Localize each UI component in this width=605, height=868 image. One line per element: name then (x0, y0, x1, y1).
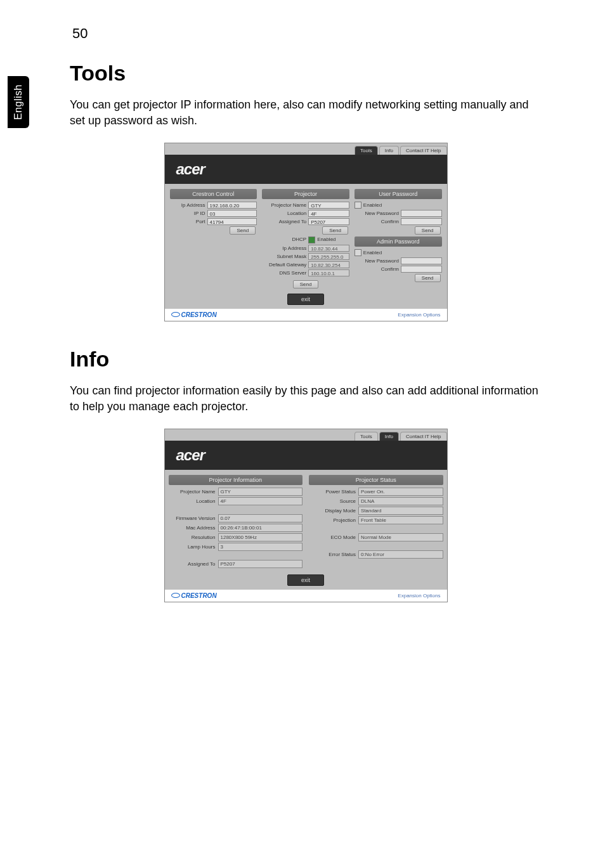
proj-ip-label: Ip Address (262, 245, 308, 251)
info-assigned-val: P5207 (218, 560, 303, 568)
proj-location-input[interactable]: 4F (308, 210, 349, 217)
info-lamp-label: Lamp Hours (169, 544, 218, 550)
cc-ip-label: Ip Address (170, 202, 207, 208)
tools-exit-button[interactable]: exit (287, 294, 324, 305)
expansion-options-link[interactable]: Expansion Options (398, 312, 440, 318)
projector-title: Projector (262, 189, 349, 199)
cc-ipid-input[interactable]: 03 (207, 210, 257, 217)
admin-newpw-input[interactable] (401, 257, 442, 264)
info-projname-label: Projector Name (169, 489, 218, 495)
projector-status-title: Projector Status (309, 475, 443, 485)
proj-location-label: Location (262, 211, 308, 216)
proj-subnet-label: Subnet Mask (262, 254, 308, 259)
info-screenshot: Tools Info Contact IT Help acer Projecto… (164, 429, 448, 602)
info-error-label: Error Status (309, 552, 358, 557)
language-tab: English (8, 76, 29, 128)
user-pw-title: User Password (355, 189, 442, 199)
info-banner: acer (165, 441, 447, 470)
tab-tools-2[interactable]: Tools (355, 432, 378, 441)
info-location-val: 4F (218, 497, 303, 505)
admin-newpw-label: New Password (355, 258, 401, 264)
tools-heading: Tools (70, 61, 542, 86)
info-power-label: Power Status (309, 489, 358, 495)
user-newpw-label: New Password (355, 211, 401, 216)
tools-footer: CRESTRON Expansion Options (165, 309, 447, 321)
tools-top-tabs: Tools Info Contact IT Help (165, 143, 447, 155)
cc-send-button[interactable]: Send (230, 226, 256, 235)
proj-assigned-label: Assigned To (262, 219, 308, 224)
crestron-logo: CRESTRON (171, 311, 217, 318)
proj-name-label: Projector Name (262, 202, 308, 208)
info-eco-label: ECO Mode (309, 534, 358, 540)
acer-logo-2: acer (176, 446, 205, 464)
info-mac-label: Mac Address (169, 525, 218, 531)
cc-ip-input[interactable]: 192.168.0.20 (207, 202, 257, 209)
proj-gw-input[interactable]: 10.82.30.254 (308, 261, 349, 268)
user-confirm-input[interactable] (401, 218, 442, 225)
info-desc: You can find projector information easil… (70, 383, 542, 415)
info-source-val: DLNA (358, 497, 443, 505)
proj-subnet-input[interactable]: 255.255.255.0 (308, 253, 349, 260)
info-display-val: Standard (358, 507, 443, 515)
proj-dns-label: DNS Server (262, 270, 308, 276)
cc-port-label: Port (170, 219, 207, 224)
info-top-tabs: Tools Info Contact IT Help (165, 429, 447, 441)
info-projname-val: GTY (218, 488, 303, 496)
tab-contact-2[interactable]: Contact IT Help (400, 432, 446, 441)
crestron-logo-2: CRESTRON (171, 592, 217, 599)
tab-info-2[interactable]: Info (379, 432, 399, 441)
admin-pw-send-button[interactable]: Send (415, 274, 441, 282)
info-projection-val: Front Table (358, 516, 443, 524)
cc-ipid-label: IP ID (170, 211, 207, 216)
expansion-options-link-2[interactable]: Expansion Options (398, 593, 440, 599)
info-footer: CRESTRON Expansion Options (165, 590, 447, 602)
proj-name-input[interactable]: GTY (308, 202, 349, 209)
tools-body: Crestron Control Ip Address 192.168.0.20… (165, 184, 447, 308)
tools-desc: You can get projector IP information her… (70, 97, 542, 129)
page-number: 50 (72, 25, 542, 42)
proj-gw-label: Default Gateway (262, 262, 308, 268)
tab-info[interactable]: Info (379, 146, 399, 155)
admin-pw-enabled-label: Enabled (363, 250, 382, 256)
crestron-control-title: Crestron Control (170, 189, 257, 199)
language-tab-label: English (13, 84, 24, 120)
proj-assigned-input[interactable]: P5207 (308, 218, 349, 225)
proj-dhcp-enabled: Enabled (317, 236, 335, 242)
admin-pw-enabled-chk[interactable] (355, 249, 363, 256)
info-lamp-val: 3 (218, 543, 303, 551)
proj-dns-input[interactable]: 160.10.0.1 (308, 269, 349, 276)
admin-confirm-input[interactable] (401, 266, 442, 273)
admin-pw-title: Admin Password (355, 236, 442, 247)
info-fw-label: Firmware Version (169, 515, 218, 521)
info-body: Projector Information Projector Name GTY… (165, 470, 447, 590)
acer-logo: acer (176, 160, 205, 178)
tab-contact[interactable]: Contact IT Help (400, 146, 446, 155)
info-location-label: Location (169, 498, 218, 504)
info-projection-label: Projection (309, 517, 358, 523)
info-fw-val: 0.07 (218, 514, 303, 522)
cc-port-input[interactable]: 41794 (207, 218, 257, 225)
user-newpw-input[interactable] (401, 210, 442, 217)
user-pw-send-button[interactable]: Send (415, 226, 441, 235)
page-content: 50 Tools You can get projector IP inform… (0, 0, 605, 666)
proj-net-send-button[interactable]: Send (293, 280, 319, 288)
info-assigned-label: Assigned To (169, 561, 218, 567)
proj-ip-input[interactable]: 10.82.30.44 (308, 245, 349, 252)
user-pw-enabled-chk[interactable] (355, 202, 363, 209)
info-heading: Info (70, 347, 542, 372)
tab-tools[interactable]: Tools (355, 146, 378, 155)
info-display-label: Display Mode (309, 508, 358, 514)
tools-screenshot: Tools Info Contact IT Help acer Crestron… (164, 143, 448, 321)
proj-dhcp-checkbox[interactable] (308, 236, 317, 243)
info-res-label: Resolution (169, 534, 218, 540)
info-eco-val: Normal Mode (358, 533, 443, 541)
projector-info-title: Projector Information (169, 475, 303, 485)
user-confirm-label: Confirm (355, 219, 401, 224)
proj-send-button[interactable]: Send (322, 226, 348, 235)
info-power-val: Power On. (358, 488, 443, 496)
info-res-val: 1280X800 59Hz (218, 533, 303, 541)
info-exit-button[interactable]: exit (287, 574, 324, 586)
info-error-val: 0:No Error (358, 550, 443, 559)
proj-dhcp-label: DHCP (262, 236, 308, 242)
tools-banner: acer (165, 155, 447, 184)
